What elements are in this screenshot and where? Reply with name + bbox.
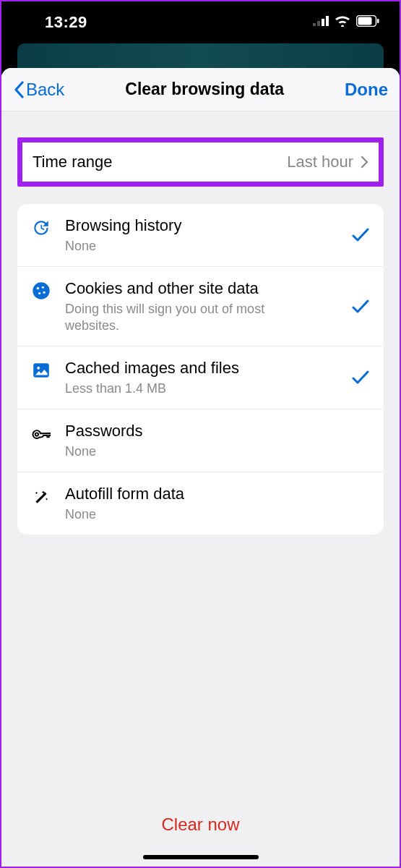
row-text: Passwords None bbox=[65, 421, 337, 460]
key-icon bbox=[30, 422, 52, 444]
row-subtitle: None bbox=[65, 238, 267, 255]
row-cache[interactable]: Cached images and files Less than 1.4 MB bbox=[17, 346, 384, 409]
row-subtitle: None bbox=[65, 443, 267, 460]
row-autofill[interactable]: Autofill form data None bbox=[17, 472, 384, 535]
time-range-row[interactable]: Time range Last hour bbox=[17, 137, 384, 187]
row-title: Autofill form data bbox=[65, 484, 337, 505]
time-range-value-wrap: Last hour bbox=[287, 153, 368, 171]
cellular-icon bbox=[313, 16, 329, 29]
svg-rect-2 bbox=[322, 19, 324, 26]
svg-point-8 bbox=[37, 287, 40, 290]
row-text: Cookies and other site data Doing this w… bbox=[65, 278, 337, 334]
row-browsing-history[interactable]: Browsing history None bbox=[17, 204, 384, 267]
svg-point-13 bbox=[37, 367, 40, 370]
image-icon bbox=[30, 359, 52, 381]
row-subtitle: Doing this will sign you out of most web… bbox=[65, 301, 267, 335]
row-subtitle: None bbox=[65, 506, 267, 523]
svg-rect-1 bbox=[317, 21, 320, 26]
row-title: Passwords bbox=[65, 421, 337, 442]
wand-icon bbox=[30, 485, 52, 507]
settings-sheet: Back Clear browsing data Done Time range… bbox=[1, 68, 400, 867]
row-title: Browsing history bbox=[65, 216, 337, 237]
row-cookies[interactable]: Cookies and other site data Doing this w… bbox=[17, 267, 384, 346]
svg-rect-0 bbox=[313, 23, 316, 26]
chevron-right-icon bbox=[361, 156, 368, 169]
svg-point-11 bbox=[43, 292, 45, 294]
data-type-list: Browsing history None Cookies and other … bbox=[17, 204, 384, 535]
status-icons bbox=[313, 15, 379, 30]
svg-rect-3 bbox=[326, 16, 329, 26]
svg-rect-5 bbox=[358, 17, 372, 25]
cookie-icon bbox=[30, 280, 52, 302]
row-title: Cached images and files bbox=[65, 358, 337, 379]
nav-bar: Back Clear browsing data Done bbox=[1, 68, 400, 111]
page-title: Clear browsing data bbox=[125, 80, 284, 99]
svg-point-7 bbox=[33, 282, 49, 299]
svg-rect-6 bbox=[377, 19, 379, 23]
svg-point-9 bbox=[42, 286, 44, 289]
time-range-value: Last hour bbox=[287, 153, 353, 171]
row-text: Autofill form data None bbox=[65, 484, 337, 523]
done-button[interactable]: Done bbox=[345, 80, 388, 100]
clear-now-button[interactable]: Clear now bbox=[1, 814, 400, 835]
time-range-label: Time range bbox=[33, 153, 112, 171]
status-bar: 13:29 bbox=[1, 1, 400, 43]
device-frame: 13:29 Back Clear browsing data Done bbox=[1, 1, 400, 867]
row-subtitle: Less than 1.4 MB bbox=[65, 380, 267, 397]
wifi-icon bbox=[335, 15, 350, 30]
checkmark-icon bbox=[350, 228, 371, 242]
chevron-left-icon bbox=[13, 81, 25, 98]
svg-point-10 bbox=[38, 292, 40, 294]
back-button[interactable]: Back bbox=[13, 80, 64, 100]
battery-icon bbox=[356, 15, 379, 30]
row-passwords[interactable]: Passwords None bbox=[17, 409, 384, 472]
row-title: Cookies and other site data bbox=[65, 278, 337, 299]
checkmark-icon bbox=[350, 299, 371, 314]
status-time: 13:29 bbox=[45, 13, 87, 32]
history-icon bbox=[30, 217, 52, 239]
svg-rect-12 bbox=[33, 364, 49, 378]
row-text: Browsing history None bbox=[65, 216, 337, 255]
back-label: Back bbox=[26, 80, 64, 100]
row-text: Cached images and files Less than 1.4 MB bbox=[65, 358, 337, 397]
content-area: Time range Last hour Browsing history No… bbox=[1, 111, 400, 867]
home-indicator[interactable] bbox=[143, 855, 259, 859]
checkmark-icon bbox=[350, 370, 371, 385]
